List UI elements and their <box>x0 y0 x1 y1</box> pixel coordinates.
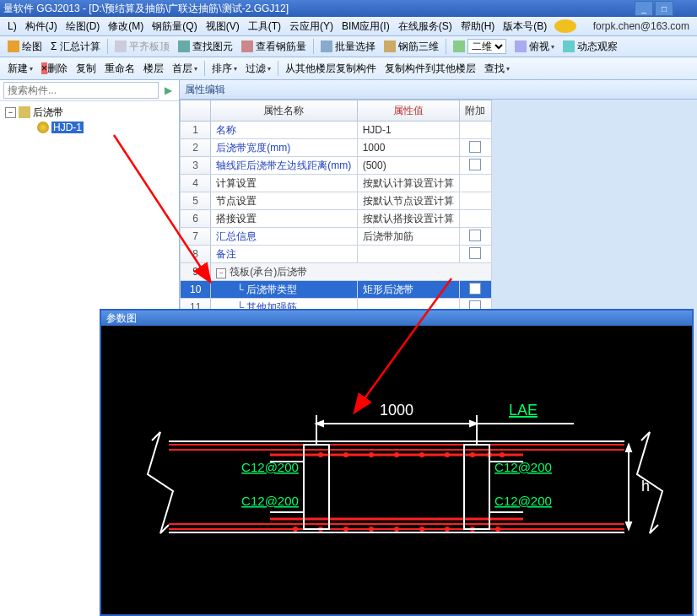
rebar-label: C12@200 <box>241 494 299 508</box>
rebar-label: C12@200 <box>494 494 552 508</box>
copy-to-floor-button[interactable]: 复制构件到其他楼层 <box>381 62 480 76</box>
tree-node-selected[interactable]: HJD-1 <box>51 122 84 133</box>
dynamic-view-button[interactable]: 动态观察 <box>559 40 622 54</box>
svg-point-19 <box>394 527 399 532</box>
toolbar-secondary: 新建▾ ×删除 复制 重命名 楼层 首层▾ 排序▾ 过滤▾ 从其他楼层复制构件 … <box>0 57 697 80</box>
floor-select[interactable]: 首层▾ <box>168 62 202 76</box>
view-rebar-button[interactable]: 查看钢筋量 <box>237 40 311 54</box>
checkbox[interactable] <box>469 230 481 241</box>
flat-button[interactable]: 平齐板顶 <box>111 40 174 54</box>
grid-row: 6搭接设置按默认搭接设置计算 <box>181 210 492 228</box>
menu-item[interactable]: 构件(J) <box>21 19 62 34</box>
menu-item[interactable]: 视图(V) <box>202 19 244 34</box>
tree-toggle[interactable]: − <box>5 107 16 118</box>
svg-marker-33 <box>316 421 323 426</box>
svg-point-10 <box>445 452 450 457</box>
search-icon <box>178 41 190 52</box>
cube-icon <box>384 41 396 52</box>
copy-from-floor-button[interactable]: 从其他楼层复制构件 <box>281 62 381 76</box>
grid-row-selected: 10└ 后浇带类型矩形后浇带 <box>181 281 492 299</box>
minimize-button[interactable]: _ <box>635 1 653 16</box>
menu-item[interactable]: 工具(T) <box>244 19 285 34</box>
delete-button[interactable]: ×删除 <box>37 62 72 76</box>
menu-item[interactable]: BIM应用(I) <box>338 19 394 34</box>
find-button[interactable]: 查找▾ <box>480 62 514 76</box>
chevron-down-icon: ▾ <box>267 65 271 73</box>
grid-row: 2后浇带宽度(mm)1000 <box>181 139 492 157</box>
svg-point-9 <box>419 452 424 457</box>
collapse-icon[interactable]: − <box>216 268 226 278</box>
col-name: 属性名称 <box>211 100 357 122</box>
batch-select-button[interactable]: 批量选择 <box>316 40 380 54</box>
svg-point-11 <box>470 452 475 457</box>
pencil-icon <box>8 41 19 52</box>
checkbox[interactable] <box>469 159 481 170</box>
rotate-view-button[interactable]: 俯视▾ <box>511 40 559 54</box>
menu-item[interactable]: 钢筋量(Q) <box>148 19 201 34</box>
search-go-button[interactable]: ▶ <box>160 83 176 98</box>
svg-point-5 <box>318 452 323 457</box>
bars-icon <box>241 41 253 52</box>
svg-rect-24 <box>304 445 329 529</box>
property-grid[interactable]: 属性名称 属性值 附加 1名称HJD-1 2后浇带宽度(mm)1000 3轴线距… <box>180 100 492 334</box>
svg-rect-25 <box>464 445 489 529</box>
menu-bar: L) 构件(J) 绘图(D) 修改(M) 钢筋量(Q) 视图(V) 工具(T) … <box>0 17 697 36</box>
grid-row: 8备注 <box>181 246 492 263</box>
chevron-down-icon: ▾ <box>551 43 554 51</box>
view-2d-select[interactable]: 二维 <box>449 39 511 54</box>
menu-item[interactable]: 在线服务(S) <box>394 19 457 34</box>
checkbox[interactable] <box>469 283 481 294</box>
dim-h: h <box>641 478 650 494</box>
svg-point-20 <box>419 527 424 532</box>
svg-point-23 <box>495 527 500 532</box>
svg-point-8 <box>394 452 399 457</box>
folder-icon <box>19 106 30 118</box>
tree-node-root[interactable]: 后浇带 <box>33 105 63 120</box>
menu-item[interactable]: L) <box>3 20 21 32</box>
search-input[interactable] <box>3 82 159 99</box>
svg-point-6 <box>343 452 348 457</box>
dim-1000: 1000 <box>380 402 413 419</box>
new-button[interactable]: 新建▾ <box>3 62 37 76</box>
user-email: forpk.chen@163.com <box>589 20 694 32</box>
menu-item[interactable]: 云应用(Y) <box>285 19 338 34</box>
diagram-title: 参数图 <box>101 311 692 326</box>
property-header: 属性编辑 <box>180 80 697 100</box>
col-add: 附加 <box>459 100 491 122</box>
orbit-icon <box>563 41 575 52</box>
user-icon <box>554 19 576 33</box>
menu-item[interactable]: 修改(M) <box>104 19 148 34</box>
chevron-down-icon: ▾ <box>30 65 33 73</box>
rebar-label: C12@200 <box>494 460 552 474</box>
menu-item[interactable]: 绘图(D) <box>62 19 105 34</box>
menu-item[interactable]: 版本号(B) <box>499 19 551 34</box>
toolbar-main: 绘图 Σ 汇总计算 平齐板顶 查找图元 查看钢筋量 批量选择 钢筋三维 二维 俯… <box>0 36 697 57</box>
delete-icon: × <box>41 62 47 74</box>
svg-marker-38 <box>626 522 631 529</box>
copy-button[interactable]: 复制 <box>72 62 100 76</box>
find-element-button[interactable]: 查找图元 <box>174 40 237 54</box>
flat-icon <box>115 41 127 52</box>
svg-point-21 <box>445 527 450 532</box>
grid-row: 5节点设置按默认节点设置计算 <box>181 192 492 210</box>
rebar-label: C12@200 <box>241 460 299 474</box>
select-icon <box>321 41 332 52</box>
rebar-3d-button[interactable]: 钢筋三维 <box>380 40 443 54</box>
rename-button[interactable]: 重命名 <box>100 62 139 76</box>
menu-item[interactable]: 帮助(H) <box>457 19 500 34</box>
sort-button[interactable]: 排序▾ <box>208 62 241 76</box>
checkbox[interactable] <box>469 141 481 153</box>
svg-point-13 <box>500 452 505 457</box>
maximize-button[interactable]: □ <box>655 1 673 16</box>
draw-button[interactable]: 绘图 <box>3 40 46 54</box>
view-icon <box>453 41 465 52</box>
chevron-down-icon: ▾ <box>506 65 510 73</box>
title-bar: 量软件 GGJ2013 - [D:\预结算及抽筋\广联达抽筋\测试-2.GGJ1… <box>0 0 697 17</box>
svg-point-7 <box>369 452 374 457</box>
svg-point-18 <box>369 527 374 532</box>
svg-point-17 <box>343 527 348 532</box>
filter-button[interactable]: 过滤▾ <box>241 62 275 76</box>
checkbox[interactable] <box>469 247 481 259</box>
sum-button[interactable]: Σ 汇总计算 <box>46 40 105 54</box>
grid-row: 1名称HJD-1 <box>181 122 492 139</box>
